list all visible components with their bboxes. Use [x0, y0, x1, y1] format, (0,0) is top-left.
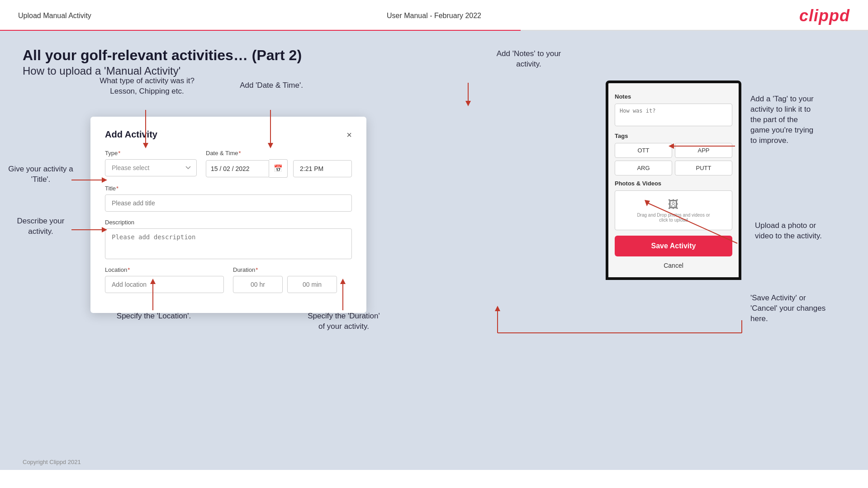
photos-text: Drag and Drop photos and videos orclick … [620, 213, 727, 223]
photo-icon: 🖼 [620, 198, 727, 211]
title-group: Title* [105, 185, 352, 212]
tags-section-label: Tags [615, 133, 732, 139]
type-label: Type* [105, 150, 197, 156]
modal-close-button[interactable]: × [346, 130, 352, 139]
svg-marker-13 [465, 101, 471, 106]
desc-label: Description [105, 219, 352, 226]
photos-section-label: Photos & Videos [615, 180, 732, 187]
date-time-inputs: 📅 [206, 159, 352, 178]
duration-hr-input[interactable] [233, 276, 283, 293]
location-input[interactable] [105, 276, 224, 293]
desc-group: Description [105, 219, 352, 259]
datetime-label: Date & Time* [206, 150, 352, 156]
title-input[interactable] [105, 194, 352, 212]
desc-textarea[interactable] [105, 228, 352, 259]
modal-title: Add Activity [105, 129, 157, 140]
copyright: Copyright Clippd 2021 [23, 459, 81, 465]
annotation-duration: Specify the 'Duration' of your activity. [285, 311, 403, 332]
notes-textarea[interactable] [615, 104, 732, 126]
annotation-title: Give your activity a 'Title'. [0, 164, 81, 185]
duration-label: Duration* [233, 266, 352, 273]
annotation-save: 'Save Activity' or 'Cancel' your changes… [750, 293, 854, 324]
type-group: Type* Please select [105, 150, 197, 178]
notes-section-label: Notes [615, 93, 732, 100]
annotation-datetime: Add 'Date & Time'. [226, 81, 317, 91]
title-row: Title* [105, 185, 352, 212]
page-label: Upload Manual Activity [18, 12, 91, 20]
main-content: All your golf-relevant activities… (Part… [0, 31, 868, 470]
tag-ott[interactable]: OTT [615, 143, 672, 158]
add-activity-modal: Add Activity × Type* Please select Date … [90, 117, 366, 313]
manual-label: User Manual - February 2022 [387, 12, 481, 20]
datetime-group: Date & Time* 📅 [206, 150, 352, 178]
tag-arg[interactable]: ARG [615, 161, 672, 175]
type-datetime-row: Type* Please select Date & Time* 📅 [105, 150, 352, 178]
annotation-desc: Describe your activity. [0, 216, 81, 237]
logo: clippd [799, 6, 850, 25]
annotation-type: What type of activity was it? Lesson, Ch… [97, 76, 197, 97]
annotation-notes: Add 'Notes' to your activity. [484, 49, 574, 70]
phone-panel: Notes Tags OTT APP ARG PUTT Photos & Vid… [606, 81, 741, 280]
location-group: Location* [105, 266, 224, 293]
location-duration-row: Location* Duration* [105, 266, 352, 293]
calendar-icon[interactable]: 📅 [269, 159, 288, 178]
date-input[interactable] [206, 160, 269, 177]
tags-grid: OTT APP ARG PUTT [615, 143, 732, 175]
duration-min-input[interactable] [287, 276, 337, 293]
annotation-photo: Upload a photo or video to the activity. [755, 221, 859, 242]
duration-inputs [233, 276, 352, 293]
page-title: All your golf-relevant activities… (Part… [23, 47, 845, 64]
modal-header: Add Activity × [105, 129, 352, 140]
phone-inner: Notes Tags OTT APP ARG PUTT Photos & Vid… [608, 83, 739, 277]
photos-upload-box[interactable]: 🖼 Drag and Drop photos and videos orclic… [615, 190, 732, 230]
tag-app[interactable]: APP [675, 143, 732, 158]
page-subtitle: How to upload a 'Manual Activity' [23, 65, 845, 77]
tag-putt[interactable]: PUTT [675, 161, 732, 175]
cancel-link[interactable]: Cancel [615, 260, 732, 271]
type-select[interactable]: Please select [105, 159, 197, 176]
annotation-tag: Add a 'Tag' to your activity to link it … [750, 94, 854, 146]
save-activity-button[interactable]: Save Activity [615, 236, 732, 256]
top-bar: Upload Manual Activity User Manual - Feb… [0, 0, 868, 30]
svg-marker-19 [495, 306, 500, 311]
desc-row: Description [105, 219, 352, 259]
time-input[interactable] [293, 160, 352, 177]
location-label: Location* [105, 266, 224, 273]
title-label: Title* [105, 185, 352, 192]
duration-group: Duration* [233, 266, 352, 293]
